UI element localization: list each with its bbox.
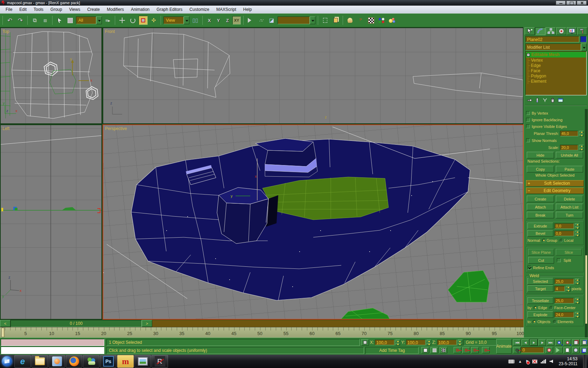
paste-button[interactable]: Paste [556, 166, 583, 172]
play-icon[interactable]: ▶ [530, 339, 538, 346]
hide-button[interactable]: Hide [527, 152, 554, 158]
ignore-visible-edges-checkbox[interactable] [526, 124, 530, 128]
menu-tools[interactable]: Tools [30, 6, 47, 13]
extrude-field[interactable]: 0,0 [554, 223, 574, 229]
checkbox-row-by-vertex[interactable]: By Vertex [526, 110, 584, 116]
tray-signal-icon[interactable] [541, 359, 546, 363]
tray-network-error-icon[interactable] [532, 360, 537, 363]
tray-action-center-icon[interactable]: ⚑ [525, 359, 529, 364]
time-slider-handle[interactable] [1, 328, 5, 337]
scrollbar-thumb[interactable] [585, 255, 587, 324]
close-button[interactable] [577, 1, 587, 5]
degradation-override-icon[interactable] [430, 347, 438, 353]
tray-keyboard-icon[interactable] [508, 360, 514, 363]
weld-target-button[interactable]: Target [527, 285, 553, 292]
weld-selected-spinner[interactable] [575, 279, 580, 284]
soft-selection-rollout[interactable]: + Soft Selection [526, 180, 584, 186]
refine-ends-checkbox[interactable] [527, 266, 531, 270]
time-slider-ruler[interactable]: 5101520253035404550556065707580859095100 [0, 327, 524, 338]
explode-button[interactable]: Explode [527, 311, 553, 318]
viewport-left-label[interactable]: Left [2, 126, 9, 131]
taskbar-app-internet-explorer[interactable]: e [14, 355, 31, 368]
viewport-perspective[interactable]: Perspective [103, 124, 524, 320]
prev-key-button[interactable]: < [0, 320, 10, 327]
cut-button[interactable]: Cut [528, 257, 554, 264]
viewport-top[interactable]: Top y x [0, 27, 102, 124]
tray-volume-icon[interactable] [550, 360, 553, 363]
select-and-manipulate-icon[interactable]: ✣ [149, 16, 158, 25]
tessellate-spinner[interactable] [575, 298, 580, 304]
next-key-button[interactable]: > [142, 320, 152, 327]
unhide-all-button[interactable]: Unhide All [556, 152, 583, 158]
modifier-list-dropdown[interactable]: Modifier List [525, 43, 587, 50]
menu-graph-editors[interactable]: Graph Editors [153, 6, 186, 13]
next-frame-icon[interactable]: |▶ [538, 339, 546, 346]
select-and-move-icon[interactable] [118, 16, 127, 25]
ignore-backfacing-checkbox[interactable] [526, 118, 530, 122]
material-editor-icon[interactable] [345, 16, 355, 25]
checkbox-row-ignore-backfacing[interactable]: Ignore Backfacing [526, 116, 584, 123]
crossing-window-toggle-icon[interactable] [421, 347, 429, 353]
explode-spinner[interactable] [575, 312, 580, 318]
object-name-field[interactable]: Plane02 [525, 36, 579, 42]
weld-target-spinner[interactable] [566, 286, 570, 292]
tray-show-hidden-icon[interactable]: ▲ [518, 359, 522, 363]
object-color-swatch[interactable] [580, 36, 587, 42]
tab-motion[interactable] [556, 27, 566, 35]
key-steps-icon[interactable] [482, 347, 490, 353]
material-id-icon[interactable] [377, 16, 386, 25]
panel-scrollbar[interactable] [585, 109, 588, 338]
key-filter-icon[interactable] [462, 347, 470, 353]
tessellate-by-radio-edge[interactable] [534, 306, 537, 309]
tab-hierarchy[interactable] [546, 27, 556, 35]
menu-views[interactable]: Views [65, 6, 84, 13]
taskbar-clock[interactable]: 14:53 23-5-2011 [556, 356, 580, 366]
menu-create[interactable]: Create [84, 6, 103, 13]
delete-button[interactable]: Delete [556, 196, 583, 202]
stack-subobject-edge[interactable]: Edge [526, 63, 586, 68]
weld-target-field[interactable]: 4 [554, 286, 565, 292]
tessellate-by-radio-face-center[interactable] [550, 306, 553, 309]
pin-stack-icon[interactable] [527, 97, 532, 103]
zoom-extents-all-icon[interactable] [580, 339, 588, 346]
go-to-start-icon[interactable]: |◀◀ [513, 339, 521, 346]
planar-thresh-field[interactable]: 45,0 [560, 131, 578, 136]
menu-maxscript[interactable]: MAXScript [213, 6, 240, 13]
dropdown-arrow-icon[interactable] [310, 16, 315, 24]
normal-radio-local[interactable] [560, 239, 563, 242]
tab-display[interactable] [567, 27, 577, 35]
maxscript-mini-listener-white[interactable] [1, 347, 104, 354]
zoom-extents-icon[interactable] [572, 339, 580, 346]
turn-button[interactable]: Turn [556, 212, 583, 218]
taskbar-app-windows-explorer[interactable] [31, 355, 48, 368]
slice-button[interactable]: Slice [556, 249, 582, 255]
viewport-left[interactable]: Left z x y [0, 124, 102, 320]
bevel-field[interactable]: 0,0 [554, 231, 574, 236]
taskbar-app-renx[interactable]: R [152, 355, 168, 368]
taskbar-app-media-player[interactable] [49, 355, 65, 368]
align-icon[interactable]: ◪ [267, 16, 276, 25]
show-desktop-button[interactable] [583, 355, 587, 368]
go-to-end-icon[interactable]: ▶▶| [547, 339, 554, 346]
title-bar[interactable]: mapcool.gmax - gmax - [RenX game pack] [0, 0, 588, 6]
tessellate-button[interactable]: Tessellate [527, 297, 553, 304]
field-of-view-icon[interactable] [555, 347, 563, 353]
tab-modify[interactable] [535, 27, 545, 35]
stack-subobject-element[interactable]: Element [526, 79, 586, 84]
redo-icon[interactable]: ↷ [16, 16, 25, 25]
x-spinner[interactable] [396, 340, 400, 345]
show-normals-row[interactable]: Show Normals [526, 137, 584, 144]
schematic-view-icon[interactable] [331, 16, 340, 25]
arc-rotate-icon[interactable] [572, 347, 580, 353]
unlink-selection-icon[interactable]: ⧈ [41, 16, 50, 25]
render-icon[interactable] [387, 16, 397, 25]
by-vertex-checkbox[interactable] [526, 111, 530, 115]
pan-hand-icon[interactable] [564, 347, 571, 353]
split-checkbox[interactable] [557, 258, 561, 262]
normal-radio-group[interactable] [542, 239, 546, 242]
select-object-icon[interactable] [55, 16, 64, 25]
configure-sets-icon[interactable] [558, 97, 564, 103]
key-toggle-icon[interactable]: ⚷ [513, 347, 521, 353]
key-mode-toggle-icon[interactable] [454, 347, 461, 353]
snap-toggle-icon[interactable] [440, 347, 447, 353]
